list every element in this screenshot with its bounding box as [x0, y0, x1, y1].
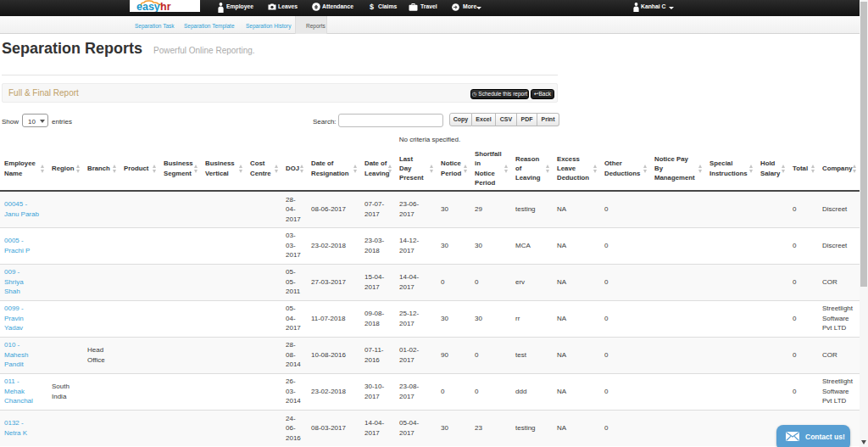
svg-text:easy: easy	[136, 1, 160, 12]
svg-text:hr: hr	[160, 1, 171, 12]
